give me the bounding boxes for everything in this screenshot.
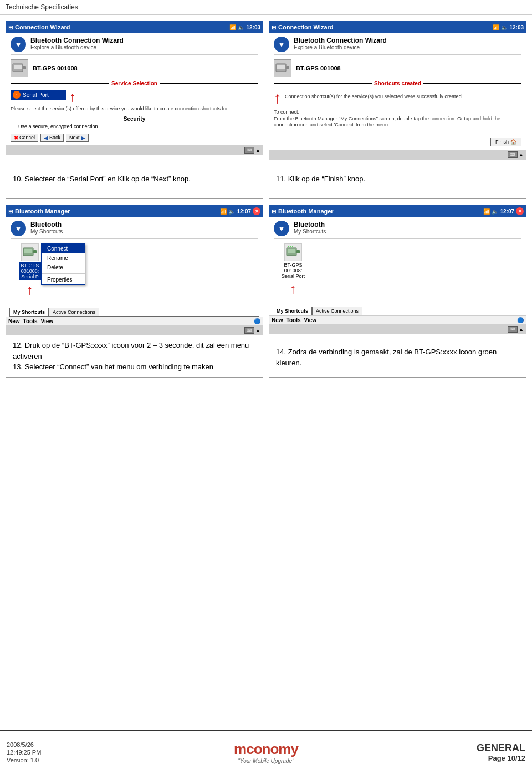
page-wrapper: Technische Specificaties ⊞ Connection Wi… xyxy=(0,0,532,774)
footer-date: 2008/5/26 xyxy=(7,741,73,748)
device-icon-11 xyxy=(274,59,291,77)
back-icon-10: ◀ xyxy=(44,135,48,141)
wm-footer-14: ⌨ ▲ xyxy=(269,324,526,334)
finish-button-11[interactable]: Finish 🏠 xyxy=(490,138,521,146)
tab-active-connections-12[interactable]: Active Connections xyxy=(49,308,99,316)
wm-body-11: ♥ Bluetooth Connection Wizard Explore a … xyxy=(269,33,526,150)
device-name-12: BT-GPS 001008: Serial P xyxy=(19,262,40,280)
wm-body-10: ♥ Bluetooth Connection Wizard Explore a … xyxy=(6,33,263,145)
wm-subtitle-10: Explore a Bluetooth device xyxy=(30,44,124,50)
sound-icon-14: 🔈 xyxy=(492,208,498,215)
wm-body-12: ♥ Bluetooth My Shortcuts xyxy=(6,217,263,305)
toolbar-new-14[interactable]: New xyxy=(272,317,283,323)
signal-icon-12: 📶 xyxy=(220,208,227,215)
device-icon-14 xyxy=(284,243,302,261)
security-section-10: Security Use a secure, encrypted connect… xyxy=(11,116,258,129)
bm-toolbar-14: New Tools View 🔵 xyxy=(269,315,526,324)
titlebar-14-time: 12:07 xyxy=(500,208,514,215)
context-menu-delete[interactable]: Delete xyxy=(42,263,85,272)
logo-m: m xyxy=(234,741,246,757)
logo-rest: conomy xyxy=(246,741,298,757)
security-checkbox-10[interactable] xyxy=(11,124,16,129)
windows-flag-icon-14: ⊞ xyxy=(272,208,276,215)
svg-rect-5 xyxy=(286,66,289,69)
wm-screen-11: ⊞ Connection Wizard 📶 🔈 12:03 ♥ xyxy=(269,21,526,160)
wm-header-14: ♥ Bluetooth My Shortcuts xyxy=(274,221,521,239)
device-arrow-12: ↑ xyxy=(27,283,33,297)
keyboard-icon-10[interactable]: ⌨ xyxy=(244,147,254,154)
toolbar-tools-14[interactable]: Tools xyxy=(287,317,301,323)
arrow-up-icon-12: ▲ xyxy=(255,328,260,333)
wm-footer-10: ⌨ ▲ xyxy=(6,145,263,155)
cancel-icon-10: ✖ xyxy=(14,135,18,141)
wm-subtitle-12: My Shortcuts xyxy=(30,228,63,235)
wm-body-14: ♥ Bluetooth My Shortcuts xyxy=(269,217,526,304)
svg-point-14 xyxy=(292,246,293,247)
tab-active-connections-14[interactable]: Active Connections xyxy=(312,307,362,315)
toolbar-view-14[interactable]: View xyxy=(304,317,317,323)
windows-flag-icon-12: ⊞ xyxy=(8,208,13,215)
cell-screen-12: ⊞ Bluetooth Manager 📶 🔈 12:07 ✕ xyxy=(6,205,263,378)
wm-buttons-10: ✖ Cancel ◀ Back Next ▶ xyxy=(11,134,258,142)
svg-rect-10 xyxy=(288,249,295,253)
toolbar-view-12[interactable]: View xyxy=(41,318,54,324)
page-footer: 2008/5/26 12:49:25 PM Version: 1.0 mcono… xyxy=(0,730,532,774)
titlebar-14-app: Bluetooth Manager xyxy=(278,208,334,215)
cell-screen-10: ⊞ Connection Wizard 📶 🔈 12:03 ♥ xyxy=(6,21,263,199)
checkbox-row-10[interactable]: Use a secure, encrypted connection xyxy=(11,124,258,129)
arrow-10: ↑ xyxy=(69,90,76,104)
toolbar-tools-12[interactable]: Tools xyxy=(23,318,38,324)
wm-screen-10: ⊞ Connection Wizard 📶 🔈 12:03 ♥ xyxy=(6,21,263,160)
bluetooth-icon-14: ♥ xyxy=(274,221,289,236)
titlebar-10-time: 12:03 xyxy=(246,24,260,30)
wm-header-10: ♥ Bluetooth Connection Wizard Explore a … xyxy=(11,37,258,55)
context-menu-connect[interactable]: Connect xyxy=(42,244,85,253)
arrow-11: ↑ xyxy=(274,90,282,106)
tab-my-shortcuts-14[interactable]: My Shortcuts xyxy=(273,307,312,315)
sound-icon-12: 🔈 xyxy=(228,208,235,215)
titlebar-12: ⊞ Bluetooth Manager 📶 🔈 12:07 ✕ xyxy=(6,205,263,217)
wm-screen-12: ⊞ Bluetooth Manager 📶 🔈 12:07 ✕ xyxy=(6,205,263,335)
device-item-14: BT-GPS 001008: Serial Port ↑ xyxy=(274,243,313,296)
back-button-10[interactable]: ◀ Back xyxy=(40,134,64,142)
service-icon-10: ↑ xyxy=(13,91,21,99)
context-menu-rename[interactable]: Rename xyxy=(42,253,85,263)
keyboard-icon-14[interactable]: ⌨ xyxy=(508,326,518,333)
close-button-14[interactable]: ✕ xyxy=(516,207,524,215)
svg-rect-8 xyxy=(33,250,37,253)
wm-screen-14: ⊞ Bluetooth Manager 📶 🔈 12:07 ✕ xyxy=(269,205,526,338)
wm-device-row-10: BT-GPS 001008 xyxy=(11,59,258,77)
arrow-up-icon-14: ▲ xyxy=(519,327,524,332)
wm-subtitle-14: My Shortcuts xyxy=(294,228,326,235)
context-menu-12: Connect Rename Delete Properties xyxy=(41,243,85,285)
svg-point-13 xyxy=(290,246,291,247)
finish-icon-11: 🏠 xyxy=(510,139,516,145)
keyboard-icon-12[interactable]: ⌨ xyxy=(244,327,254,334)
footer-time: 12:49:25 PM xyxy=(7,749,73,756)
cell-screen-11: ⊞ Connection Wizard 📶 🔈 12:03 ♥ xyxy=(269,21,526,199)
row-2: ⊞ Bluetooth Manager 📶 🔈 12:07 ✕ xyxy=(6,205,526,378)
connect-instructions-11: To connect: From the Bluetooth Manager "… xyxy=(274,109,521,129)
close-button-12[interactable]: ✕ xyxy=(253,207,260,215)
keyboard-icon-11[interactable]: ⌨ xyxy=(508,151,518,158)
titlebar-11-time: 12:03 xyxy=(509,24,524,30)
svg-rect-11 xyxy=(296,250,300,253)
security-checkbox-label-10: Use a secure, encrypted connection xyxy=(18,124,98,129)
toolbar-new-12[interactable]: New xyxy=(8,318,20,324)
tab-my-shortcuts-12[interactable]: My Shortcuts xyxy=(9,308,49,316)
cancel-button-10[interactable]: ✖ Cancel xyxy=(11,134,38,142)
arrow-up-icon-10: ▲ xyxy=(255,147,260,153)
cell-screen-14: ⊞ Bluetooth Manager 📶 🔈 12:07 ✕ xyxy=(269,205,526,378)
service-selection-label-10: Service Selection xyxy=(11,80,258,86)
next-button-10[interactable]: Next ▶ xyxy=(66,134,89,142)
context-menu-properties[interactable]: Properties xyxy=(42,275,85,284)
footer-classification: GENERAL xyxy=(459,742,525,754)
wm-subtitle-11: Explore a Bluetooth device xyxy=(294,44,387,50)
bm-tabs-14: My Shortcuts Active Connections xyxy=(273,307,523,315)
caption-14: 14. Zodra de verbinding is gemaakt, zal … xyxy=(269,338,526,377)
device-name-11: BT-GPS 001008 xyxy=(296,65,341,72)
wm-device-row-11: BT-GPS 001008 xyxy=(274,59,521,77)
logo-tagline: "Your Mobile Upgrade" xyxy=(238,758,294,764)
titlebar-10: ⊞ Connection Wizard 📶 🔈 12:03 xyxy=(6,21,263,33)
svg-point-12 xyxy=(288,246,289,247)
